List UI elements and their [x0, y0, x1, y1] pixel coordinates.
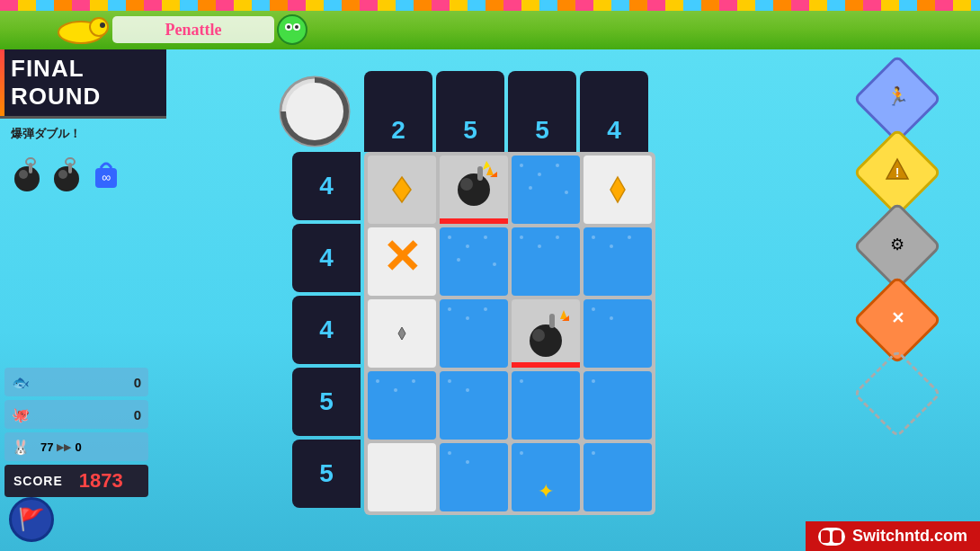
row-labels: 4 4 4 5 5	[292, 152, 361, 508]
row-label-4: 5	[292, 440, 361, 508]
svg-point-36	[458, 173, 490, 206]
svg-point-99	[520, 451, 523, 455]
player2-score-row: 🐙 0	[4, 400, 148, 429]
bag-icon: ∞	[90, 154, 122, 193]
svg-point-46	[556, 164, 559, 167]
svg-text:🏃: 🏃	[886, 85, 908, 107]
svg-point-72	[484, 307, 487, 311]
svg-rect-76	[549, 314, 555, 328]
timer-svg	[274, 71, 355, 152]
svg-point-85	[394, 388, 397, 392]
row-label-0: 4	[292, 152, 361, 220]
bomb-icons-area: ∞	[0, 149, 166, 198]
svg-text:✕: ✕	[890, 309, 904, 327]
svg-point-61	[538, 244, 541, 248]
svg-point-44	[520, 164, 523, 167]
switch-logo	[818, 528, 845, 546]
warning-icon: !	[884, 156, 911, 189]
svg-point-97	[466, 460, 469, 464]
svg-point-71	[466, 316, 469, 320]
svg-point-47	[529, 186, 532, 190]
svg-point-57	[457, 258, 460, 262]
svg-point-48	[565, 191, 568, 194]
switch-btn-left	[821, 530, 830, 543]
svg-point-81	[592, 307, 595, 311]
rabbit-count: 77	[37, 440, 57, 454]
svg-text:⚙: ⚙	[890, 236, 904, 253]
svg-point-55	[466, 244, 469, 248]
final-round-label: FINAL ROUND	[11, 55, 101, 110]
svg-point-62	[556, 236, 559, 239]
svg-text:∞: ∞	[102, 170, 111, 184]
svg-point-91	[520, 379, 523, 383]
svg-point-75	[532, 329, 545, 342]
svg-rect-79	[512, 362, 580, 368]
col-num-1: 5	[436, 71, 504, 152]
run-icon: 🏃	[884, 83, 911, 115]
svg-rect-42	[440, 218, 508, 224]
bomb-info: 爆弾ダブル！	[0, 119, 166, 149]
svg-text:Penattle: Penattle	[165, 21, 222, 39]
svg-point-19	[295, 25, 298, 29]
top-banner: Penattle	[0, 0, 980, 49]
svg-point-102	[592, 451, 595, 455]
rabbit-row: 🐰 77 ▶▶ 0	[4, 432, 148, 461]
svg-point-82	[610, 316, 613, 320]
svg-point-84	[376, 379, 379, 383]
player1-score: 0	[37, 375, 148, 390]
total-score-row: SCORE 1873	[4, 465, 148, 497]
svg-point-96	[448, 451, 451, 455]
score-value: 1873	[72, 469, 130, 493]
rabbit-arrow: ▶▶	[57, 441, 71, 453]
svg-text:✦: ✦	[538, 480, 554, 502]
row-label-3: 5	[292, 368, 361, 436]
row-label-1: 4	[292, 224, 361, 292]
player1-score-row: 🐟 0	[4, 368, 148, 396]
bomb-info-text: 爆弾ダブル！	[11, 127, 81, 140]
watermark: Switchntd.com	[806, 521, 980, 551]
svg-point-54	[448, 236, 451, 239]
svg-point-86	[412, 379, 415, 383]
row-label-2: 4	[292, 296, 361, 364]
left-panel: FINAL ROUND 爆弾ダブル！ ∞ 🐟 0	[0, 49, 166, 551]
col-numbers: 2 5 5 4	[364, 71, 648, 152]
svg-point-70	[448, 307, 451, 311]
top-characters: Penattle	[54, 7, 342, 48]
svg-point-25	[58, 170, 67, 179]
svg-point-21	[19, 170, 28, 179]
player2-avatar: 🐙	[4, 400, 37, 429]
characters-svg: Penattle	[54, 7, 342, 48]
svg-point-31	[286, 83, 343, 140]
x-action-icon: ✕	[884, 304, 911, 336]
game-grid-svg: ✕	[364, 152, 655, 515]
svg-text:✕: ✕	[382, 232, 422, 283]
svg-point-89	[466, 388, 469, 392]
svg-point-93	[592, 379, 595, 383]
svg-point-24	[54, 166, 79, 191]
svg-point-45	[538, 173, 541, 176]
switch-btn-right	[833, 530, 842, 543]
svg-point-56	[484, 236, 487, 239]
rabbit-avatar: 🐰	[4, 432, 37, 461]
svg-point-17	[287, 25, 290, 29]
score-label: SCORE	[4, 474, 72, 488]
flag-button[interactable]: 🚩	[9, 497, 54, 542]
svg-point-64	[592, 236, 595, 239]
watermark-text: Switchntd.com	[852, 527, 967, 546]
col-num-0: 2	[364, 71, 432, 152]
right-panel: 🏃 ! ⚙ ✕	[814, 49, 980, 551]
svg-point-58	[493, 262, 496, 266]
player2-score: 0	[37, 407, 148, 422]
svg-point-15	[278, 15, 307, 44]
action-empty-button[interactable]	[852, 350, 941, 439]
final-round-banner: FINAL ROUND	[0, 49, 166, 119]
col-num-2: 5	[508, 71, 576, 152]
svg-point-65	[610, 244, 613, 248]
svg-point-74	[530, 324, 562, 357]
svg-text:!: !	[895, 165, 899, 180]
svg-point-66	[628, 236, 631, 239]
col-num-3: 4	[580, 71, 648, 152]
game-grid-wrapper: ✕	[364, 152, 655, 519]
svg-rect-22	[29, 163, 32, 173]
svg-point-60	[520, 236, 523, 239]
